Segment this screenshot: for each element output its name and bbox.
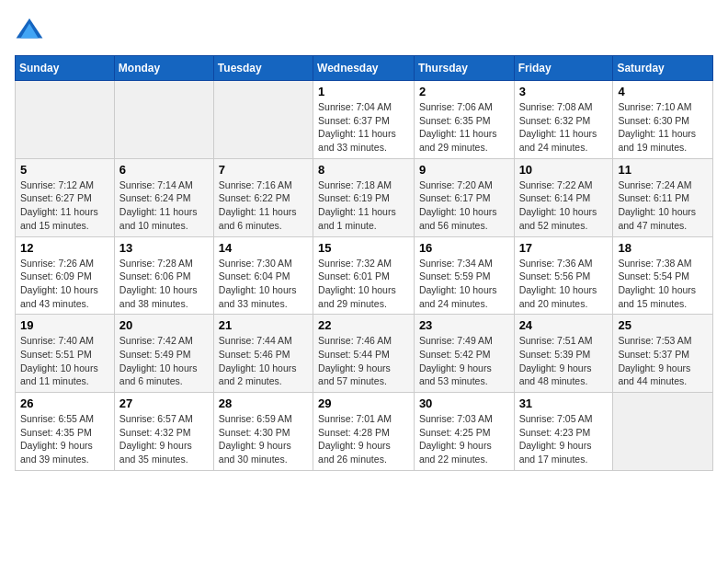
calendar-cell: 12Sunrise: 7:26 AM Sunset: 6:09 PM Dayli… [16,236,115,315]
week-row-4: 19Sunrise: 7:40 AM Sunset: 5:51 PM Dayli… [16,315,713,393]
day-number: 20 [119,318,209,332]
day-info: Sunrise: 7:12 AM Sunset: 6:27 PM Dayligh… [20,178,109,233]
week-row-2: 5Sunrise: 7:12 AM Sunset: 6:27 PM Daylig… [16,158,713,236]
day-number: 30 [419,396,509,410]
day-info: Sunrise: 7:24 AM Sunset: 6:11 PM Dayligh… [618,178,708,233]
calendar-cell: 19Sunrise: 7:40 AM Sunset: 5:51 PM Dayli… [16,315,115,393]
calendar-cell: 30Sunrise: 7:03 AM Sunset: 4:25 PM Dayli… [414,393,514,471]
header-wednesday: Wednesday [313,56,415,81]
day-info: Sunrise: 7:32 AM Sunset: 6:01 PM Dayligh… [318,257,409,311]
day-info: Sunrise: 7:06 AM Sunset: 6:35 PM Dayligh… [419,100,509,155]
day-number: 25 [618,318,708,332]
calendar-cell [213,81,313,159]
calendar-cell: 16Sunrise: 7:34 AM Sunset: 5:59 PM Dayli… [414,236,514,315]
day-info: Sunrise: 7:28 AM Sunset: 6:06 PM Dayligh… [119,257,209,311]
day-info: Sunrise: 7:36 AM Sunset: 5:56 PM Dayligh… [519,257,609,311]
calendar-header-row: SundayMondayTuesdayWednesdayThursdayFrid… [16,56,713,81]
day-info: Sunrise: 7:05 AM Sunset: 4:23 PM Dayligh… [519,412,609,466]
calendar-cell: 27Sunrise: 6:57 AM Sunset: 4:32 PM Dayli… [114,393,213,471]
calendar-cell: 9Sunrise: 7:20 AM Sunset: 6:17 PM Daylig… [414,158,514,236]
day-info: Sunrise: 7:40 AM Sunset: 5:51 PM Dayligh… [20,334,109,388]
calendar-cell: 8Sunrise: 7:18 AM Sunset: 6:19 PM Daylig… [313,158,415,236]
day-number: 17 [519,241,609,255]
calendar-cell: 3Sunrise: 7:08 AM Sunset: 6:32 PM Daylig… [514,81,613,159]
day-number: 5 [20,163,109,177]
day-number: 24 [519,318,609,332]
day-info: Sunrise: 7:10 AM Sunset: 6:30 PM Dayligh… [618,100,708,155]
day-number: 27 [119,396,209,410]
calendar-cell [114,81,213,159]
day-number: 15 [318,241,409,255]
day-number: 14 [219,241,308,255]
day-number: 6 [119,163,209,177]
day-number: 31 [519,396,609,410]
calendar-cell: 31Sunrise: 7:05 AM Sunset: 4:23 PM Dayli… [514,393,613,471]
header-monday: Monday [114,56,213,81]
calendar-cell: 7Sunrise: 7:16 AM Sunset: 6:22 PM Daylig… [213,158,313,236]
day-info: Sunrise: 6:55 AM Sunset: 4:35 PM Dayligh… [20,412,109,466]
day-number: 13 [119,241,209,255]
header-sunday: Sunday [16,56,115,81]
day-number: 28 [219,396,308,410]
header-friday: Friday [514,56,613,81]
calendar-cell: 2Sunrise: 7:06 AM Sunset: 6:35 PM Daylig… [414,81,514,159]
day-number: 2 [419,85,509,98]
header-thursday: Thursday [414,56,514,81]
day-number: 12 [20,241,109,255]
day-info: Sunrise: 7:14 AM Sunset: 6:24 PM Dayligh… [119,178,209,233]
calendar-cell: 5Sunrise: 7:12 AM Sunset: 6:27 PM Daylig… [16,158,115,236]
calendar-cell: 25Sunrise: 7:53 AM Sunset: 5:37 PM Dayli… [613,315,713,393]
day-number: 10 [519,163,609,177]
day-number: 21 [219,318,308,332]
day-number: 29 [318,396,409,410]
calendar-cell: 24Sunrise: 7:51 AM Sunset: 5:39 PM Dayli… [514,315,613,393]
day-info: Sunrise: 7:08 AM Sunset: 6:32 PM Dayligh… [519,100,609,155]
day-info: Sunrise: 7:22 AM Sunset: 6:14 PM Dayligh… [519,178,609,233]
day-number: 16 [419,241,509,255]
day-info: Sunrise: 6:57 AM Sunset: 4:32 PM Dayligh… [119,412,209,466]
day-number: 9 [419,163,509,177]
week-row-1: 1Sunrise: 7:04 AM Sunset: 6:37 PM Daylig… [16,81,713,159]
day-number: 26 [20,396,109,410]
calendar-cell: 20Sunrise: 7:42 AM Sunset: 5:49 PM Dayli… [114,315,213,393]
calendar-cell: 23Sunrise: 7:49 AM Sunset: 5:42 PM Dayli… [414,315,514,393]
day-number: 7 [219,163,308,177]
calendar-cell: 4Sunrise: 7:10 AM Sunset: 6:30 PM Daylig… [613,81,713,159]
day-number: 23 [419,318,509,332]
day-info: Sunrise: 7:42 AM Sunset: 5:49 PM Dayligh… [119,334,209,388]
day-number: 22 [318,318,409,332]
logo-icon [15,15,44,44]
day-info: Sunrise: 7:34 AM Sunset: 5:59 PM Dayligh… [419,257,509,311]
logo [15,15,48,44]
page-header [15,15,713,44]
day-info: Sunrise: 7:38 AM Sunset: 5:54 PM Dayligh… [618,257,708,311]
day-info: Sunrise: 7:20 AM Sunset: 6:17 PM Dayligh… [419,178,509,233]
day-info: Sunrise: 7:53 AM Sunset: 5:37 PM Dayligh… [618,334,708,388]
day-number: 4 [618,85,708,98]
day-info: Sunrise: 6:59 AM Sunset: 4:30 PM Dayligh… [219,412,308,466]
calendar-cell: 14Sunrise: 7:30 AM Sunset: 6:04 PM Dayli… [213,236,313,315]
calendar-cell: 13Sunrise: 7:28 AM Sunset: 6:06 PM Dayli… [114,236,213,315]
day-number: 8 [318,163,409,177]
calendar-cell: 10Sunrise: 7:22 AM Sunset: 6:14 PM Dayli… [514,158,613,236]
header-saturday: Saturday [613,56,713,81]
calendar-cell [613,393,713,471]
day-number: 18 [618,241,708,255]
day-info: Sunrise: 7:30 AM Sunset: 6:04 PM Dayligh… [219,257,308,311]
day-info: Sunrise: 7:26 AM Sunset: 6:09 PM Dayligh… [20,257,109,311]
calendar-cell: 17Sunrise: 7:36 AM Sunset: 5:56 PM Dayli… [514,236,613,315]
day-number: 1 [318,85,409,98]
calendar-cell: 11Sunrise: 7:24 AM Sunset: 6:11 PM Dayli… [613,158,713,236]
week-row-5: 26Sunrise: 6:55 AM Sunset: 4:35 PM Dayli… [16,393,713,471]
day-number: 3 [519,85,609,98]
calendar-cell: 18Sunrise: 7:38 AM Sunset: 5:54 PM Dayli… [613,236,713,315]
day-info: Sunrise: 7:01 AM Sunset: 4:28 PM Dayligh… [318,412,409,466]
calendar-cell: 15Sunrise: 7:32 AM Sunset: 6:01 PM Dayli… [313,236,415,315]
calendar-cell: 22Sunrise: 7:46 AM Sunset: 5:44 PM Dayli… [313,315,415,393]
header-tuesday: Tuesday [213,56,313,81]
day-info: Sunrise: 7:44 AM Sunset: 5:46 PM Dayligh… [219,334,308,388]
calendar-cell: 29Sunrise: 7:01 AM Sunset: 4:28 PM Dayli… [313,393,415,471]
day-info: Sunrise: 7:51 AM Sunset: 5:39 PM Dayligh… [519,334,609,388]
day-info: Sunrise: 7:16 AM Sunset: 6:22 PM Dayligh… [219,178,308,233]
calendar-cell: 28Sunrise: 6:59 AM Sunset: 4:30 PM Dayli… [213,393,313,471]
